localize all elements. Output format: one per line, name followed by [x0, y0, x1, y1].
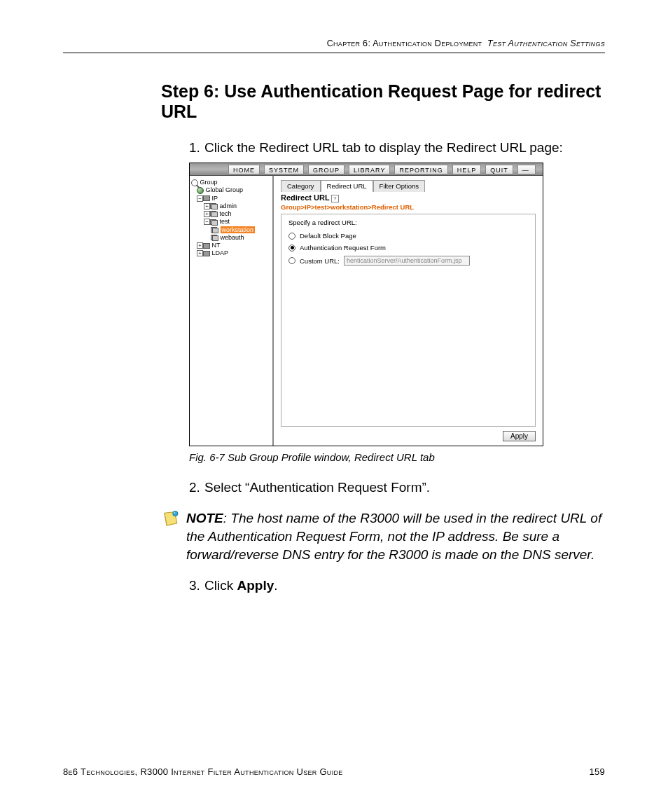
radio-default-block[interactable]: Default Block Page	[288, 232, 528, 240]
plus-icon[interactable]: +	[197, 250, 203, 256]
tree-workstation[interactable]: workstation	[191, 226, 271, 234]
menu-bar: HOME SYSTEM GROUP LIBRARY REPORTING HELP…	[190, 163, 543, 176]
minus-icon[interactable]: −	[197, 195, 203, 202]
radio-custom-url[interactable]: Custom URL:	[288, 256, 528, 266]
apply-row: Apply	[281, 427, 536, 441]
note-body: : The host name of the R3000 will be use…	[186, 511, 601, 562]
step-2-number: 2.	[189, 479, 204, 497]
content-panel: Category Redirect URL Filter Options Red…	[274, 176, 543, 446]
group-icon	[210, 203, 218, 209]
plus-icon[interactable]: +	[204, 211, 210, 217]
plus-icon[interactable]: +	[204, 203, 210, 209]
step-2-text: Select “Authentication Request Form”.	[204, 480, 430, 495]
panel-title-row: Redirect URL?	[281, 193, 536, 202]
running-header: Chapter 6: Authentication Deployment Tes…	[63, 39, 605, 53]
menu-extra[interactable]: —	[517, 165, 536, 174]
menu-quit[interactable]: QUIT	[485, 165, 513, 174]
tree-webauth[interactable]: webauth	[191, 234, 271, 242]
radio-custom-url-label: Custom URL:	[300, 257, 340, 265]
menu-library[interactable]: LIBRARY	[349, 165, 390, 174]
note-icon	[161, 511, 179, 529]
subgroup-icon	[211, 235, 218, 241]
redirect-url-form: Specify a redirect URL: Default Block Pa…	[281, 214, 536, 427]
step-3-suffix: .	[274, 578, 277, 593]
group-icon	[210, 219, 218, 226]
menu-home[interactable]: HOME	[228, 165, 260, 174]
step-heading: Step 6: Use Authentication Request Page …	[63, 81, 605, 122]
tab-category[interactable]: Category	[281, 180, 321, 192]
minus-icon[interactable]: −	[204, 219, 210, 225]
plus-icon[interactable]: +	[197, 242, 203, 249]
menu-system[interactable]: SYSTEM	[264, 165, 304, 174]
note-text: NOTE: The host name of the R3000 will be…	[186, 509, 605, 563]
folder-icon	[203, 195, 210, 201]
tree-admin[interactable]: + admin	[191, 202, 271, 210]
tree-nt[interactable]: + NT	[191, 242, 271, 249]
tree-test[interactable]: − test	[191, 218, 271, 226]
figure-caption: Fig. 6-7 Sub Group Profile window, Redir…	[189, 451, 605, 463]
step-3-bold: Apply	[237, 578, 274, 593]
step-3: 3.Click Apply.	[189, 577, 605, 595]
magnifier-icon	[191, 179, 198, 186]
selected-node-label: workstation	[221, 226, 256, 233]
svg-point-1	[174, 512, 175, 514]
step-1: 1.Click the Redirect URL tab to display …	[189, 139, 605, 157]
tab-redirect-url[interactable]: Redirect URL	[321, 180, 373, 192]
radio-icon-selected[interactable]	[288, 245, 295, 252]
tree-global-group[interactable]: Global Group	[191, 186, 271, 194]
screenshot-figure: HOME SYSTEM GROUP LIBRARY REPORTING HELP…	[189, 163, 605, 463]
radio-icon[interactable]	[288, 257, 295, 264]
step-2: 2.Select “Authentication Request Form”.	[189, 479, 605, 497]
page-footer: 8e6 Technologies, R3000 Internet Filter …	[63, 766, 605, 777]
tree-root[interactable]: Group	[191, 179, 271, 186]
step-3-prefix: Click	[204, 578, 237, 593]
app-window: HOME SYSTEM GROUP LIBRARY REPORTING HELP…	[189, 163, 543, 446]
menu-group[interactable]: GROUP	[308, 165, 345, 174]
tree-tech[interactable]: + tech	[191, 210, 271, 218]
subgroup-icon	[211, 227, 218, 233]
specify-label: Specify a redirect URL:	[288, 219, 528, 226]
folder-icon	[203, 243, 210, 249]
tree-panel: Group Global Group − IP + admin + tech −…	[190, 176, 274, 446]
folder-icon	[203, 251, 210, 256]
tab-row: Category Redirect URL Filter Options	[281, 180, 536, 192]
radio-icon[interactable]	[288, 233, 295, 240]
svg-point-0	[173, 511, 178, 516]
custom-url-input[interactable]	[344, 256, 470, 266]
tab-filter-options[interactable]: Filter Options	[373, 180, 426, 192]
footer-page-number: 159	[589, 766, 605, 777]
radio-auth-request-label: Authentication Request Form	[300, 244, 386, 252]
breadcrumb: Group>IP>test>workstation>Redirect URL	[281, 203, 536, 211]
tree-ldap[interactable]: + LDAP	[191, 249, 271, 257]
note-label: NOTE	[186, 511, 223, 525]
header-section: Test Authentication Settings	[487, 39, 605, 48]
menu-reporting[interactable]: REPORTING	[394, 165, 447, 174]
header-chapter: Chapter 6: Authentication Deployment	[327, 39, 482, 48]
help-icon[interactable]: ?	[331, 195, 339, 202]
apply-button[interactable]: Apply	[503, 431, 536, 441]
step-3-number: 3.	[189, 577, 204, 595]
globe-icon	[197, 187, 204, 194]
menu-help[interactable]: HELP	[452, 165, 482, 174]
group-icon	[210, 211, 218, 217]
radio-default-block-label: Default Block Page	[300, 232, 356, 240]
note-block: NOTE: The host name of the R3000 will be…	[63, 509, 605, 563]
step-1-number: 1.	[189, 139, 204, 157]
step-1-text: Click the Redirect URL tab to display th…	[204, 140, 563, 155]
footer-left: 8e6 Technologies, R3000 Internet Filter …	[63, 766, 343, 777]
radio-auth-request[interactable]: Authentication Request Form	[288, 244, 528, 252]
panel-title: Redirect URL	[281, 193, 330, 202]
tree-ip[interactable]: − IP	[191, 195, 271, 202]
